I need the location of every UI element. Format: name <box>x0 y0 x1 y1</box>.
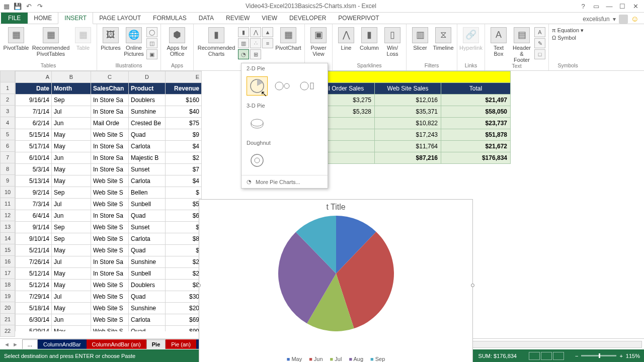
tab-page-layout[interactable]: PAGE LAYOUT <box>93 13 147 24</box>
select-all[interactable] <box>0 71 15 82</box>
title-bar: ▦ 💾 ↶ ↷ Video43-Excel2013Basics25-Charts… <box>0 0 644 13</box>
sparkline-line-button[interactable]: ⋀Line <box>336 25 357 51</box>
smiley-icon[interactable]: ☺ <box>631 15 639 24</box>
textbox-button[interactable]: AText Box <box>488 25 509 57</box>
ribbon-tabs: FILE HOME INSERT PAGE LAYOUT FORMULAS DA… <box>0 13 644 24</box>
pie-3d-option[interactable] <box>247 114 268 133</box>
zoom-slider[interactable] <box>581 355 616 356</box>
sheet-tab-more-left[interactable]: ... <box>22 339 38 349</box>
rec-charts-icon: ▮ <box>208 27 224 43</box>
line-chart-icon[interactable]: ⋀ <box>250 27 261 37</box>
powerview-icon: ▣ <box>310 27 327 43</box>
group-symbols: π Equation ▾ Ω Symbol Symbols <box>549 24 587 70</box>
apps-button[interactable]: ⬢Apps for Office <box>164 25 190 57</box>
hyperlink-icon: 🔗 <box>463 27 479 43</box>
tab-developer[interactable]: DEVELOPER <box>283 13 332 24</box>
column-chart-icon[interactable]: ▥ <box>238 38 249 48</box>
table-icon: ▦ <box>75 27 91 43</box>
more-pie-charts[interactable]: ◔More Pie Charts... <box>242 175 328 188</box>
sigline-icon[interactable]: ✎ <box>534 38 545 48</box>
timeline-icon: ⧖ <box>435 27 451 43</box>
tab-nav-first[interactable]: ◄ <box>4 341 10 347</box>
chart-object[interactable]: t Title May Jun Jul Aug Sep <box>199 199 473 362</box>
sheet-tab-columnandbar-an[interactable]: ColumnAndBar (an) <box>87 339 146 349</box>
tab-formulas[interactable]: FORMULAS <box>147 13 193 24</box>
stock-chart-icon[interactable]: ≡ <box>262 38 273 48</box>
ribbon-options-icon[interactable]: ▭ <box>591 3 602 10</box>
account-area[interactable]: excelisfun ▾ ☺ <box>583 15 644 24</box>
doughnut-option[interactable] <box>247 151 268 170</box>
zoom-control[interactable]: − + 115% <box>575 353 640 359</box>
header-footer-button[interactable]: ▤Header & Footer <box>511 25 532 63</box>
group-links: 🔗Hyperlink Links <box>457 24 485 70</box>
zoom-in-icon[interactable]: + <box>619 353 622 359</box>
rec-pivot-icon: ▦ <box>43 27 59 43</box>
col-header[interactable]: A <box>16 71 52 83</box>
symbol-button[interactable]: Ω Symbol <box>552 35 584 41</box>
bar-of-pie-option[interactable] <box>297 76 318 96</box>
svg-point-6 <box>251 154 263 166</box>
section-3d-pie: 3-D Pie <box>242 101 328 111</box>
tab-powerpivot[interactable]: POWERPIVOT <box>332 13 385 24</box>
sheet-tab-pie-an[interactable]: Pie (an) <box>166 339 196 349</box>
redo-icon[interactable]: ↷ <box>35 2 44 11</box>
shapes-icon[interactable]: ◯ <box>146 27 157 37</box>
help-icon[interactable]: ? <box>578 3 589 10</box>
timeline-button[interactable]: ⧖Timeline <box>433 25 454 51</box>
smartart-icon[interactable]: ◫ <box>146 38 157 48</box>
chart-legend: May Jun Jul Aug Sep <box>199 356 472 362</box>
scatter-chart-icon[interactable]: ∴ <box>250 38 261 48</box>
minimize-icon[interactable]: — <box>604 3 615 10</box>
online-pictures-button[interactable]: 🌐Online Pictures <box>123 25 144 57</box>
tab-review[interactable]: REVIEW <box>220 13 256 24</box>
view-buttons[interactable] <box>529 352 564 360</box>
group-label: Tables <box>3 62 94 69</box>
object-icon[interactable]: □ <box>534 49 545 59</box>
group-sparklines: ⋀Line ▮Column ▯Win/ Loss Sparklines <box>333 24 407 70</box>
pivottable-icon: ▦ <box>8 27 24 43</box>
pivottable-button[interactable]: ▦PivotTable <box>3 25 29 51</box>
window-title: Video43-Excel2013Basics25-Charts.xlsm - … <box>44 3 578 10</box>
maximize-icon[interactable]: ☐ <box>617 3 628 10</box>
tab-home[interactable]: HOME <box>28 13 58 24</box>
tab-view[interactable]: VIEW <box>256 13 283 24</box>
pie-chart-dropdown: 2-D Pie 3-D Pie Doughnut ◔More Pie Chart… <box>241 63 328 189</box>
equation-button[interactable]: π Equation ▾ <box>552 27 584 34</box>
data-table[interactable]: A B C D E DateMonthSalesChanProductReven… <box>15 71 202 331</box>
recommended-charts-button[interactable]: ▮Recommended Charts <box>197 25 236 57</box>
group-filters: ▥Slicer ⧖Timeline Filters <box>407 24 457 70</box>
save-icon[interactable]: 💾 <box>13 2 22 11</box>
bar-chart-icon[interactable]: ▮ <box>238 27 249 37</box>
file-tab[interactable]: FILE <box>1 13 28 24</box>
pie-chart-icon[interactable]: ◔ <box>238 49 249 59</box>
close-icon[interactable]: ✕ <box>630 3 641 10</box>
screenshot-icon[interactable]: ▣ <box>146 49 157 59</box>
tab-nav-next[interactable]: ► <box>13 341 18 347</box>
quick-access-toolbar: ▦ 💾 ↶ ↷ <box>0 2 44 11</box>
hyperlink-button[interactable]: 🔗Hyperlink <box>460 25 481 51</box>
area-chart-icon[interactable]: ▲ <box>262 27 273 37</box>
recommended-pivottables-button[interactable]: ▦Recommended PivotTables <box>31 25 70 57</box>
sparkline-column-button[interactable]: ▮Column <box>359 25 380 51</box>
sheet-tab-columnandbar[interactable]: ColumnAndBar <box>38 339 87 349</box>
svg-point-2 <box>284 83 289 88</box>
sparkline-winloss-button[interactable]: ▯Win/ Loss <box>382 25 403 57</box>
svg-point-5 <box>251 119 263 126</box>
slicer-button[interactable]: ▥Slicer <box>410 25 431 51</box>
powerview-button[interactable]: ▣Power View <box>308 25 329 57</box>
table-button[interactable]: ▦Table <box>72 25 94 51</box>
row-headers: 12345678910111213141516171819202122 <box>0 71 15 331</box>
pie-of-pie-option[interactable] <box>272 76 293 96</box>
combo-chart-icon[interactable]: ⊞ <box>250 49 261 59</box>
undo-icon[interactable]: ↶ <box>24 2 33 11</box>
sheet-tab-pie[interactable]: Pie <box>146 339 166 349</box>
tab-data[interactable]: DATA <box>193 13 220 24</box>
zoom-out-icon[interactable]: − <box>575 353 578 359</box>
pie-2d-option[interactable] <box>247 76 268 96</box>
pictures-button[interactable]: 🖼Pictures <box>100 25 121 51</box>
tab-insert[interactable]: INSERT <box>58 12 93 24</box>
online-pictures-icon: 🌐 <box>126 27 142 43</box>
pivotchart-button[interactable]: ▦PivotChart <box>275 25 301 51</box>
chart-title[interactable]: t Title <box>199 200 472 212</box>
wordart-icon[interactable]: A <box>534 27 545 37</box>
